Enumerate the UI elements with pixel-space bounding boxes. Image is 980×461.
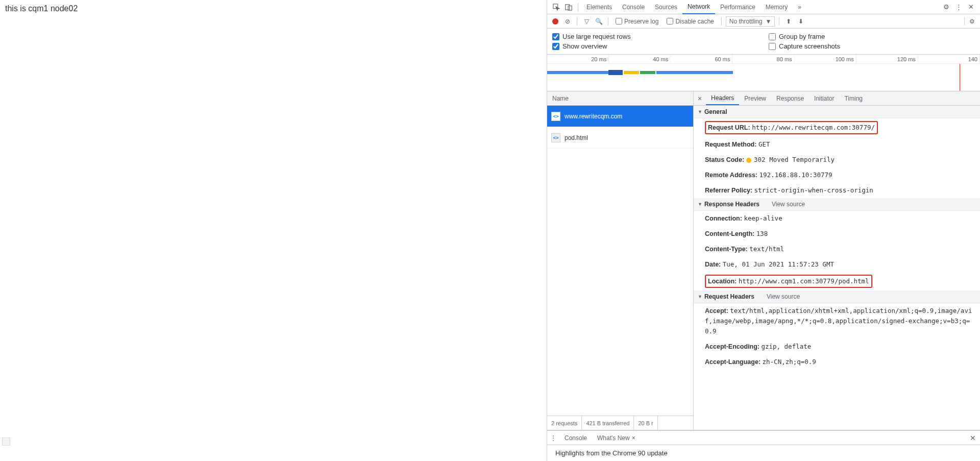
kebab-menu-icon[interactable]: ⋮ (547, 434, 559, 442)
disable-cache-checkbox[interactable]: Disable cache (667, 18, 714, 25)
page-text: this is cqm1 node02 (5, 4, 78, 13)
request-name: www.rewritecqm.com (565, 113, 622, 120)
search-icon[interactable]: 🔍 (594, 16, 604, 27)
general-section-header[interactable]: ▼General (694, 106, 980, 118)
name-column-header[interactable]: Name (547, 91, 693, 106)
close-devtools-icon[interactable]: ✕ (966, 2, 976, 12)
network-settings-icon[interactable]: ⚙ (967, 16, 977, 27)
main-tabs: Elements Console Sources Network Perform… (581, 0, 806, 14)
triangle-down-icon: ▼ (698, 202, 702, 207)
network-split: Name <> www.rewritecqm.com <> pod.html 2… (547, 91, 980, 430)
highlights-title: Highlights from the Chrome 90 update (555, 449, 972, 457)
response-headers-section-header[interactable]: ▼Response HeadersView source (694, 198, 980, 211)
request-url-row: Request URL: http://www.rewritecqm.com:3… (694, 118, 980, 137)
date-row: Date: Tue, 01 Jun 2021 11:57:23 GMT (694, 257, 980, 272)
request-name: pod.html (565, 134, 588, 141)
request-headers-section-header[interactable]: ▼Request HeadersView source (694, 290, 980, 303)
devtools-toolbar: Elements Console Sources Network Perform… (547, 0, 980, 14)
separator (964, 17, 965, 26)
tab-elements[interactable]: Elements (581, 1, 617, 14)
capture-screenshots-checkbox[interactable] (769, 43, 776, 50)
tab-more[interactable]: » (793, 1, 806, 14)
request-row[interactable]: <> pod.html (547, 127, 693, 149)
settings-icon[interactable]: ⚙ (941, 2, 951, 12)
devtools-panel: Elements Console Sources Network Perform… (547, 0, 980, 461)
content-type-row: Content-Type: text/html (694, 241, 980, 257)
view-source-link[interactable]: View source (767, 293, 800, 300)
record-button[interactable] (552, 18, 558, 25)
throttling-select[interactable]: No throttling▼ (726, 16, 775, 27)
separator (608, 17, 608, 26)
drawer: ⋮ Console What's New× ✕ Highlights from … (547, 430, 980, 461)
drawer-tabs: ⋮ Console What's New× ✕ (547, 431, 980, 445)
view-source-link[interactable]: View source (772, 201, 805, 208)
tab-response[interactable]: Response (771, 91, 809, 105)
location-row: Location: http://www.cqm1.com:30779/pod.… (694, 272, 980, 290)
upload-icon[interactable]: ⬆ (783, 16, 794, 27)
detail-tabs: × Headers Preview Response Initiator Tim… (694, 91, 980, 106)
tab-initiator[interactable]: Initiator (809, 91, 839, 105)
svg-rect-1 (566, 4, 570, 10)
timeline-marker (960, 64, 960, 91)
file-icon: <> (551, 133, 560, 142)
timeline-overview[interactable]: 20 ms 40 ms 60 ms 80 ms 100 ms 120 ms 14… (547, 55, 980, 91)
status-code-row: Status Code: 302 Moved Temporarily (694, 152, 980, 167)
close-drawer-icon[interactable]: ✕ (966, 434, 980, 442)
drawer-tab-whats-new[interactable]: What's New× (592, 431, 641, 445)
separator (721, 17, 722, 26)
triangle-down-icon: ▼ (698, 294, 702, 299)
request-method-row: Request Method: GET (694, 137, 980, 152)
preserve-log-checkbox[interactable]: Preserve log (616, 18, 658, 25)
accept-language-row: Accept-Language: zh-CN,zh;q=0.9 (694, 354, 980, 370)
tab-memory[interactable]: Memory (761, 1, 793, 14)
page-body: this is cqm1 node02 (0, 0, 547, 461)
status-dot-icon (746, 158, 751, 163)
connection-row: Connection: keep-alive (694, 211, 980, 226)
drawer-body: Highlights from the Chrome 90 update (547, 445, 980, 461)
clear-icon[interactable]: ⊘ (562, 16, 573, 27)
referrer-policy-row: Referrer Policy: strict-origin-when-cros… (694, 183, 980, 198)
request-row[interactable]: <> www.rewritecqm.com (547, 106, 693, 127)
large-rows-checkbox[interactable] (552, 33, 559, 40)
group-by-frame-checkbox[interactable] (769, 33, 776, 40)
kebab-menu-icon[interactable]: ⋮ (953, 2, 964, 12)
request-list: Name <> www.rewritecqm.com <> pod.html 2… (547, 91, 694, 430)
inspect-icon[interactable] (551, 2, 561, 12)
detail-body[interactable]: ▼General Request URL: http://www.rewrite… (694, 106, 980, 430)
download-icon[interactable]: ⬇ (796, 16, 806, 27)
accept-encoding-row: Accept-Encoding: gzip, deflate (694, 339, 980, 354)
separator (577, 17, 577, 26)
tab-timing[interactable]: Timing (839, 91, 868, 105)
remote-address-row: Remote Address: 192.168.88.10:30779 (694, 167, 980, 183)
tab-sources[interactable]: Sources (650, 1, 682, 14)
file-icon: <> (551, 112, 560, 121)
tab-headers[interactable]: Headers (706, 91, 739, 105)
request-list-footer: 2 requests 421 B transferred 20 B r (547, 416, 693, 430)
request-detail: × Headers Preview Response Initiator Tim… (694, 91, 980, 430)
close-detail-icon[interactable]: × (694, 94, 706, 103)
tab-preview[interactable]: Preview (739, 91, 771, 105)
tab-network[interactable]: Network (682, 0, 715, 14)
close-icon[interactable]: × (632, 434, 635, 442)
accept-row: Accept: text/html,application/xhtml+xml,… (694, 303, 980, 339)
tab-console[interactable]: Console (617, 1, 650, 14)
tab-performance[interactable]: Performance (715, 1, 761, 14)
separator (779, 17, 779, 26)
content-length-row: Content-Length: 138 (694, 226, 980, 241)
network-controls: ⊘ ▽ 🔍 Preserve log Disable cache No thro… (547, 14, 980, 29)
filter-icon[interactable]: ▽ (581, 16, 592, 27)
triangle-down-icon: ▼ (698, 109, 702, 114)
separator (578, 3, 578, 11)
drawer-tab-console[interactable]: Console (559, 431, 592, 445)
chevron-down-icon: ▼ (765, 18, 771, 25)
view-options: Use large request rows Show overview Gro… (547, 29, 980, 55)
show-overview-checkbox[interactable] (552, 43, 559, 50)
device-toggle-icon[interactable] (564, 2, 574, 12)
